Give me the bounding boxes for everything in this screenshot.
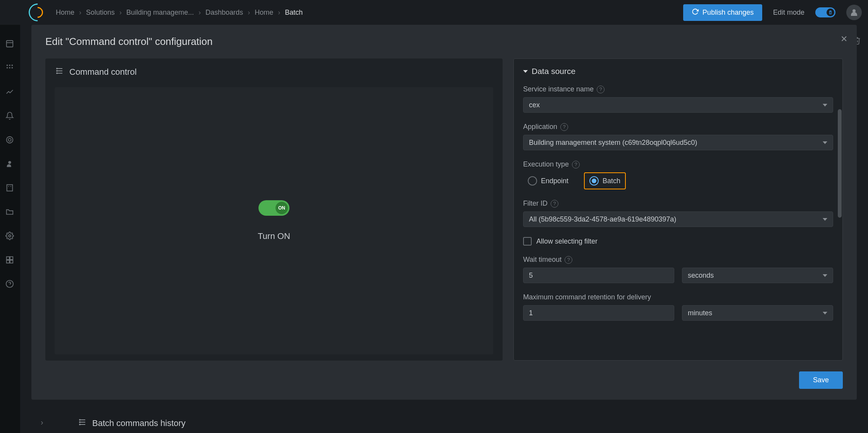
command-action-label: Turn ON bbox=[258, 231, 290, 241]
modal-body: Command control ON Turn ON Data source bbox=[45, 58, 843, 361]
save-button[interactable]: Save bbox=[799, 371, 843, 389]
radio-label: Batch bbox=[603, 177, 620, 185]
help-icon[interactable]: ? bbox=[560, 123, 568, 131]
breadcrumb-item[interactable]: Dashboards bbox=[205, 9, 243, 17]
toggle-thumb-label: ON bbox=[276, 202, 288, 214]
select-value: All (5b98c559-3da2-4578-ae9a-619e4890397… bbox=[529, 215, 676, 223]
preview-canvas: ON Turn ON bbox=[55, 87, 493, 354]
grid-icon[interactable] bbox=[5, 64, 15, 73]
user-avatar[interactable] bbox=[846, 5, 862, 20]
wait-timeout-unit-select[interactable]: seconds bbox=[682, 268, 833, 283]
max-retention-input[interactable] bbox=[523, 305, 674, 321]
modal-overlay: ✕ Edit "Command control" configuration C… bbox=[20, 25, 868, 433]
field-label: Filter ID ? bbox=[523, 199, 833, 208]
svg-point-12 bbox=[7, 137, 13, 143]
svg-point-30 bbox=[57, 68, 57, 69]
field-label: Execution type ? bbox=[523, 160, 833, 168]
target-icon[interactable] bbox=[5, 136, 15, 145]
help-icon[interactable]: ? bbox=[565, 256, 572, 264]
breadcrumb-item[interactable]: Home bbox=[255, 9, 273, 17]
svg-point-8 bbox=[12, 65, 13, 66]
bell-icon[interactable] bbox=[5, 112, 15, 121]
svg-point-10 bbox=[9, 67, 10, 69]
wait-timeout-row: seconds bbox=[523, 268, 833, 283]
max-retention-row: minutes bbox=[523, 305, 833, 321]
svg-rect-19 bbox=[7, 257, 9, 259]
expand-sidebar-icon[interactable]: › bbox=[41, 418, 43, 427]
command-control-icon bbox=[55, 66, 64, 78]
settings-icon[interactable] bbox=[5, 232, 15, 241]
svg-point-9 bbox=[7, 67, 8, 69]
top-bar: Home › Solutions › Building manageme... … bbox=[0, 0, 868, 25]
filter-id-field: Filter ID ? All (5b98c559-3da2-4578-ae9a… bbox=[523, 199, 833, 227]
folder-icon[interactable] bbox=[5, 208, 15, 217]
max-retention-unit-select[interactable]: minutes bbox=[682, 305, 833, 321]
checkbox-label: Allow selecting filter bbox=[536, 237, 598, 246]
help-icon[interactable] bbox=[5, 280, 15, 289]
svg-point-38 bbox=[79, 424, 80, 425]
select-value: cex bbox=[529, 101, 540, 109]
service-instance-field: Service instance name ? cex bbox=[523, 85, 833, 113]
edit-mode-toggle[interactable] bbox=[815, 7, 835, 17]
service-instance-select[interactable]: cex bbox=[523, 97, 833, 113]
svg-point-26 bbox=[852, 9, 856, 12]
field-label: Maximum command retention for delivery bbox=[523, 293, 833, 301]
preview-header: Command control bbox=[55, 66, 493, 78]
section-title: Data source bbox=[532, 67, 575, 76]
wait-timeout-label: Wait timeout bbox=[523, 256, 561, 264]
chevron-right-icon: › bbox=[119, 9, 122, 17]
help-icon[interactable]: ? bbox=[597, 86, 604, 93]
radio-circle bbox=[589, 176, 599, 186]
chevron-down-icon bbox=[823, 312, 827, 314]
application-select[interactable]: Building management system (c69tn28oqpl0… bbox=[523, 135, 833, 150]
radio-option-endpoint[interactable]: Endpoint bbox=[523, 173, 573, 189]
svg-point-31 bbox=[57, 70, 57, 71]
wait-timeout-input[interactable] bbox=[523, 268, 674, 283]
list-icon[interactable] bbox=[5, 40, 15, 49]
app-logo[interactable] bbox=[29, 3, 46, 21]
history-icon bbox=[78, 418, 87, 429]
puzzle-icon[interactable] bbox=[5, 256, 15, 265]
breadcrumb-item[interactable]: Building manageme... bbox=[126, 9, 194, 17]
svg-point-18 bbox=[9, 235, 11, 237]
svg-point-36 bbox=[79, 419, 80, 420]
chart-icon[interactable] bbox=[5, 88, 15, 97]
application-field: Application ? Building management system… bbox=[523, 123, 833, 150]
allow-filter-checkbox[interactable]: Allow selecting filter bbox=[523, 237, 833, 246]
batch-history-header: Batch commands history bbox=[78, 418, 186, 429]
caret-down-icon bbox=[523, 70, 528, 73]
chevron-right-icon: › bbox=[198, 9, 201, 17]
toggle-thumb bbox=[827, 9, 834, 16]
max-retention-label: Maximum command retention for delivery bbox=[523, 293, 651, 301]
left-sidebar bbox=[0, 0, 20, 433]
scrollbar[interactable] bbox=[838, 109, 842, 218]
wait-timeout-field: Wait timeout ? seconds bbox=[523, 256, 833, 283]
config-panel: Data source Service instance name ? cex … bbox=[513, 58, 843, 361]
svg-point-32 bbox=[57, 73, 57, 74]
modal-footer: Save bbox=[45, 371, 843, 389]
svg-rect-21 bbox=[7, 260, 9, 263]
users-icon[interactable] bbox=[5, 160, 15, 169]
command-toggle[interactable]: ON bbox=[258, 200, 289, 216]
help-icon[interactable]: ? bbox=[551, 200, 558, 208]
application-label: Application bbox=[523, 123, 557, 131]
field-label: Wait timeout ? bbox=[523, 256, 833, 264]
configuration-modal: ✕ Edit "Command control" configuration C… bbox=[31, 25, 857, 400]
radio-option-batch[interactable]: Batch bbox=[584, 172, 626, 189]
select-value: Building management system (c69tn28oqpl0… bbox=[529, 139, 697, 147]
data-source-section-header[interactable]: Data source bbox=[523, 67, 833, 76]
building-icon[interactable] bbox=[5, 184, 15, 193]
filter-id-label: Filter ID bbox=[523, 199, 548, 208]
checkbox-box bbox=[523, 237, 532, 246]
chevron-down-icon bbox=[823, 218, 827, 221]
chevron-down-icon bbox=[823, 274, 827, 277]
allow-filter-field: Allow selecting filter bbox=[523, 237, 833, 246]
close-button[interactable]: ✕ bbox=[840, 34, 847, 44]
breadcrumb-item[interactable]: Solutions bbox=[86, 9, 115, 17]
help-icon[interactable]: ? bbox=[572, 161, 580, 168]
execution-type-label: Execution type bbox=[523, 160, 569, 168]
breadcrumb-item[interactable]: Home bbox=[56, 9, 74, 17]
filter-id-select[interactable]: All (5b98c559-3da2-4578-ae9a-619e4890397… bbox=[523, 211, 833, 227]
breadcrumb: Home › Solutions › Building manageme... … bbox=[56, 9, 303, 17]
publish-button[interactable]: Publish changes bbox=[683, 4, 762, 21]
